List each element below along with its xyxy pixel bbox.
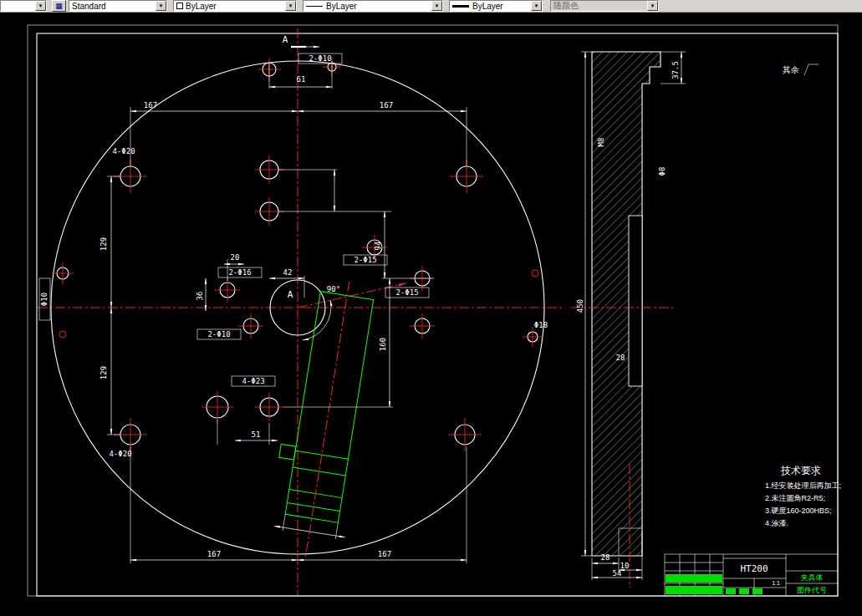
dim-label: 36 <box>196 292 204 301</box>
dim-label: M8 <box>597 138 605 147</box>
drawing-canvas[interactable]: A A 其余 技术要求 1.经安装处理后再加工; 2.未注圆角R2-R5; 3.… <box>0 13 862 616</box>
dim-label: 167 <box>380 101 393 109</box>
dim-label: 28 <box>616 354 625 362</box>
dim-label: 37.5 <box>671 61 680 79</box>
dim-label: 167 <box>207 550 221 558</box>
color-combo[interactable]: ByLayer ▼ <box>173 0 297 12</box>
lineweight-combo[interactable]: ByLayer ▼ <box>449 0 543 12</box>
linetype-combo[interactable]: ByLayer ▼ <box>303 0 443 12</box>
dim-label: Φ10 <box>40 293 48 306</box>
dim-label: 167 <box>378 550 391 558</box>
dim-label: 51 <box>252 430 261 439</box>
holes <box>57 63 538 445</box>
dim-label: 129 <box>99 237 108 251</box>
tech-requirement-item: 4.涂漆. <box>765 519 788 527</box>
lineweight-value: ByLayer <box>472 2 503 11</box>
highlight-row <box>666 574 722 583</box>
chevron-down-icon[interactable]: ▼ <box>156 1 166 11</box>
dim-label: 54 <box>613 569 622 578</box>
dim-label: 94 <box>374 242 382 251</box>
text-style-combo[interactable]: Standard ▼ <box>69 0 167 12</box>
dim-label: 61 <box>297 75 306 84</box>
highlight-cell <box>752 588 763 594</box>
chevron-down-icon[interactable]: ▼ <box>647 1 658 11</box>
section-recess <box>629 216 642 386</box>
plotstyle-combo[interactable]: 随颜色 ▼ <box>550 0 659 12</box>
chevron-down-icon[interactable]: ▼ <box>35 1 46 11</box>
material-label: HT200 <box>740 563 768 574</box>
side-section-view[interactable] <box>571 52 674 588</box>
dim-label: Φ8 <box>658 167 666 176</box>
section-label-center: A <box>288 289 293 300</box>
centerlines <box>38 28 565 595</box>
left-combo[interactable]: ▼ <box>0 0 47 12</box>
layers-icon: ▦ <box>55 2 63 10</box>
tech-requirements: 技术要求 1.经安装处理后再加工; 2.未注圆角R2-R5; 3.硬度160-2… <box>765 465 841 527</box>
dimension-labels: 2-Φ10611671674-Φ20129129Φ10202-Φ164290°2… <box>40 54 680 578</box>
surface-finish-text: 其余 <box>783 65 799 74</box>
linetype-sample <box>306 6 323 7</box>
highlight-cell <box>726 588 736 594</box>
chevron-down-icon[interactable]: ▼ <box>531 1 542 11</box>
label-boxes <box>39 53 429 386</box>
hole-center-marks <box>52 58 543 451</box>
color-swatch <box>176 3 183 9</box>
section-outline <box>592 52 661 556</box>
tech-requirements-title: 技术要求 <box>780 465 821 476</box>
dim-label: 4-Φ20 <box>112 147 135 155</box>
chevron-down-icon[interactable]: ▼ <box>431 1 442 11</box>
dim-label: 90° <box>327 285 340 293</box>
dim-label: 450 <box>576 299 584 313</box>
selected-slot[interactable] <box>264 275 385 562</box>
part-name: 夹具体 <box>801 573 824 582</box>
title-block: HT200 夹具体 图件代号 1:1 <box>665 554 838 596</box>
tech-requirement-item: 2.未注圆角R2-R5; <box>765 494 825 502</box>
lineweight-sample <box>452 5 469 8</box>
color-value: ByLayer <box>186 2 217 11</box>
scale-value: 1:1 <box>772 580 780 586</box>
linetype-value: ByLayer <box>326 2 357 11</box>
chevron-down-icon[interactable]: ▼ <box>285 1 296 11</box>
cad-viewport[interactable]: A A 其余 技术要求 1.经安装处理后再加工; 2.未注圆角R2-R5; 3.… <box>0 13 862 616</box>
highlight-row <box>666 586 722 594</box>
dim-label: 129 <box>99 366 108 379</box>
dim-label: 2-Φ10 <box>207 330 230 339</box>
dim-label: 4-Φ23 <box>242 377 264 385</box>
front-view[interactable] <box>38 28 686 595</box>
dim-label: 160 <box>379 338 387 351</box>
dim-label: 2-Φ10 <box>309 54 331 63</box>
surface-finish-note: 其余 <box>783 64 819 75</box>
dim-label: 42 <box>283 268 293 277</box>
section-label-top: A <box>283 34 288 45</box>
dim-label: 2-Φ16 <box>228 268 251 277</box>
dim-label: 4-Φ20 <box>109 450 131 458</box>
plotstyle-value: 随颜色 <box>553 0 579 12</box>
dim-label: 2-Φ15 <box>354 256 376 264</box>
object-properties-toolbar: ▼ ▦ Standard ▼ ByLayer ▼ ByLayer ▼ ByLay… <box>0 0 862 13</box>
roughness-icon <box>804 64 819 75</box>
dim-label: 20 <box>231 253 240 262</box>
dim-label: 2-Φ15 <box>395 288 418 297</box>
tech-requirement-item: 3.硬度160-200HBS; <box>765 507 832 515</box>
tech-requirement-item: 1.经安装处理后再加工; <box>765 481 841 490</box>
properties-button[interactable]: ▦ <box>52 0 66 12</box>
drawing-number-label: 图件代号 <box>797 586 827 594</box>
dim-label: 28 <box>601 553 610 562</box>
dim-label: Φ18 <box>534 321 548 329</box>
angle-dimension-arc <box>303 300 331 340</box>
text-style-value: Standard <box>72 2 106 11</box>
highlight-cell <box>739 588 749 594</box>
dim-label: 167 <box>144 101 157 109</box>
